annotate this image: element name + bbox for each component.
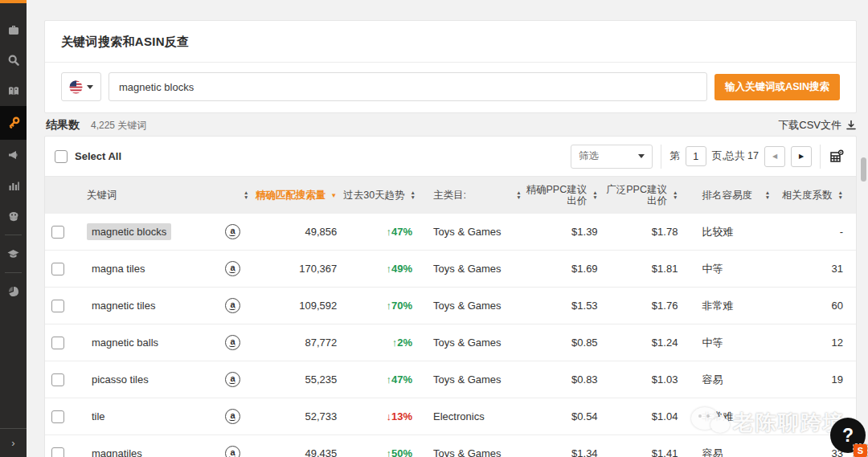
vertical-scrollbar-thumb[interactable] xyxy=(861,157,866,182)
exact-ppc-cell: $1.39 xyxy=(522,226,598,238)
trend-cell: ↑70% xyxy=(337,300,417,312)
chevron-down-icon xyxy=(638,154,645,158)
table-body: magnetic blocks a 49,856 ↑47% Toys & Gam… xyxy=(45,214,856,457)
page-total-label: 页,总共 17 xyxy=(712,149,759,163)
relevancy-cell: 60 xyxy=(770,300,843,312)
row-checkbox[interactable] xyxy=(51,300,64,312)
results-count: 4,225 关键词 xyxy=(91,119,146,133)
row-checkbox[interactable] xyxy=(51,337,64,349)
trend-cell: ↑2% xyxy=(337,337,417,349)
briefcase-icon[interactable] xyxy=(0,14,27,45)
sort-desc-icon[interactable]: ▼ xyxy=(330,192,337,199)
amazon-link-icon[interactable]: a xyxy=(225,335,240,350)
header-broad-ppc[interactable]: 广泛PPC建议出价 ▲▼ xyxy=(598,184,678,206)
sidebar-divider xyxy=(5,235,22,235)
us-flag-icon xyxy=(69,80,83,94)
rank-ease-cell: 比较难 xyxy=(678,225,770,239)
search-volume-cell: 49,856 xyxy=(248,226,337,238)
rank-ease-cell: 非常难 xyxy=(678,410,770,424)
amazon-link-icon[interactable]: a xyxy=(225,409,240,424)
rocket-icon[interactable] xyxy=(0,201,27,231)
sidebar: › xyxy=(0,0,27,457)
search-icon[interactable] xyxy=(0,45,27,75)
table-toolbar: Select All 筛选 第 1 页,总共 17 ◀ ▶ xyxy=(45,137,856,177)
sidebar-divider xyxy=(5,272,22,273)
amazon-link-icon[interactable]: a xyxy=(225,261,240,276)
graduation-cap-icon[interactable] xyxy=(0,239,27,269)
download-icon xyxy=(845,120,857,131)
select-all-checkbox[interactable] xyxy=(55,150,68,163)
sidebar-expand-button[interactable]: › xyxy=(0,428,27,449)
chevron-down-icon xyxy=(87,85,93,89)
table-row: magnatiles a 49,435 ↑50% Toys & Games $1… xyxy=(45,435,856,457)
relevancy-cell: 33 xyxy=(770,447,843,457)
keyword-cell: magnetic tiles xyxy=(87,297,160,314)
amazon-link-icon[interactable]: a xyxy=(225,224,240,239)
keyword-cell: tile xyxy=(87,408,110,425)
broad-ppc-cell: $1.81 xyxy=(598,263,678,275)
filter-dropdown[interactable]: 筛选 xyxy=(571,145,653,169)
exact-ppc-cell: $1.69 xyxy=(522,263,598,275)
trend-cell: ↑49% xyxy=(337,263,417,275)
broad-ppc-cell: $1.78 xyxy=(598,226,678,238)
header-search-volume[interactable]: 精确匹配搜索量 ▼ xyxy=(248,189,337,202)
brand-accent-strip xyxy=(0,0,27,3)
relevancy-cell: 31 xyxy=(770,263,843,275)
next-page-button[interactable]: ▶ xyxy=(791,146,812,167)
table-header-row: 关键词 ▲▼ 精确匹配搜索量 ▼ 过去30天趋势 ▲▼ 主类目: ▲▼ 精确PP… xyxy=(45,177,856,214)
toolbar-divider xyxy=(820,145,821,169)
rank-ease-cell: 容易 xyxy=(678,373,770,387)
sort-icon[interactable]: ▲▼ xyxy=(411,190,416,200)
exact-ppc-cell: $0.54 xyxy=(522,410,598,422)
header-trend[interactable]: 过去30天趋势 ▲▼ xyxy=(337,189,417,202)
row-checkbox[interactable] xyxy=(51,263,64,275)
library-icon[interactable] xyxy=(0,75,27,106)
app-window: › 关键词搜索和ASIN反查 xyxy=(0,0,868,457)
rank-ease-cell: 容易 xyxy=(678,447,770,457)
category-cell: Toys & Games xyxy=(417,447,522,457)
rank-ease-cell: 中等 xyxy=(678,336,770,350)
trend-cell: ↓13% xyxy=(337,410,417,422)
category-cell: Toys & Games xyxy=(417,300,522,312)
broad-ppc-cell: $1.76 xyxy=(598,300,678,312)
download-csv-label: 下载CSV文件 xyxy=(778,118,841,133)
sort-icon[interactable]: ▲▼ xyxy=(838,190,843,200)
header-category[interactable]: 主类目: ▲▼ xyxy=(417,189,522,202)
search-volume-cell: 52,733 xyxy=(248,410,337,422)
broad-ppc-cell: $1.24 xyxy=(598,337,678,349)
header-rank-ease[interactable]: 排名容易度 ▲▼ xyxy=(678,189,770,202)
prev-page-button[interactable]: ◀ xyxy=(764,146,785,167)
select-all-label: Select All xyxy=(75,150,121,162)
pie-chart-icon[interactable] xyxy=(0,276,27,307)
amazon-link-icon[interactable]: a xyxy=(225,446,240,457)
megaphone-icon[interactable] xyxy=(0,140,27,170)
keyword-search-input[interactable] xyxy=(108,72,707,101)
header-exact-ppc[interactable]: 精确PPC建议出价 ▲▼ xyxy=(522,184,598,206)
search-row: 输入关键词或ASIN搜索 xyxy=(45,63,856,112)
extension-logo[interactable]: S xyxy=(854,444,867,457)
exact-ppc-cell: $0.85 xyxy=(522,337,598,349)
search-submit-button[interactable]: 输入关键词或ASIN搜索 xyxy=(714,74,840,100)
row-checkbox[interactable] xyxy=(51,410,64,423)
exact-ppc-cell: $0.83 xyxy=(522,373,598,386)
download-csv-link[interactable]: 下载CSV文件 xyxy=(778,118,857,133)
column-settings-icon[interactable] xyxy=(829,149,845,165)
key-icon[interactable] xyxy=(0,106,27,140)
bar-chart-icon[interactable] xyxy=(0,170,27,201)
header-keyword[interactable]: 关键词 ▲▼ xyxy=(80,189,249,202)
amazon-link-icon[interactable]: a xyxy=(225,372,240,387)
table-row: magna tiles a 170,367 ↑49% Toys & Games … xyxy=(45,251,856,288)
search-card: 关键词搜索和ASIN反查 xyxy=(44,20,857,113)
relevancy-cell: - xyxy=(770,226,843,238)
marketplace-selector[interactable] xyxy=(61,72,101,101)
amazon-link-icon[interactable]: a xyxy=(225,298,240,313)
row-checkbox[interactable] xyxy=(51,373,64,386)
row-checkbox[interactable] xyxy=(51,447,64,457)
exact-ppc-cell: $1.34 xyxy=(522,447,598,457)
page-number-input[interactable]: 1 xyxy=(686,146,706,166)
header-relevancy[interactable]: 相关度系数 ▲▼ xyxy=(770,189,843,202)
category-cell: Toys & Games xyxy=(417,263,522,275)
row-checkbox[interactable] xyxy=(51,226,64,239)
table-row: picasso tiles a 55,235 ↑47% Toys & Games… xyxy=(45,361,856,398)
search-volume-cell: 109,592 xyxy=(248,300,337,312)
